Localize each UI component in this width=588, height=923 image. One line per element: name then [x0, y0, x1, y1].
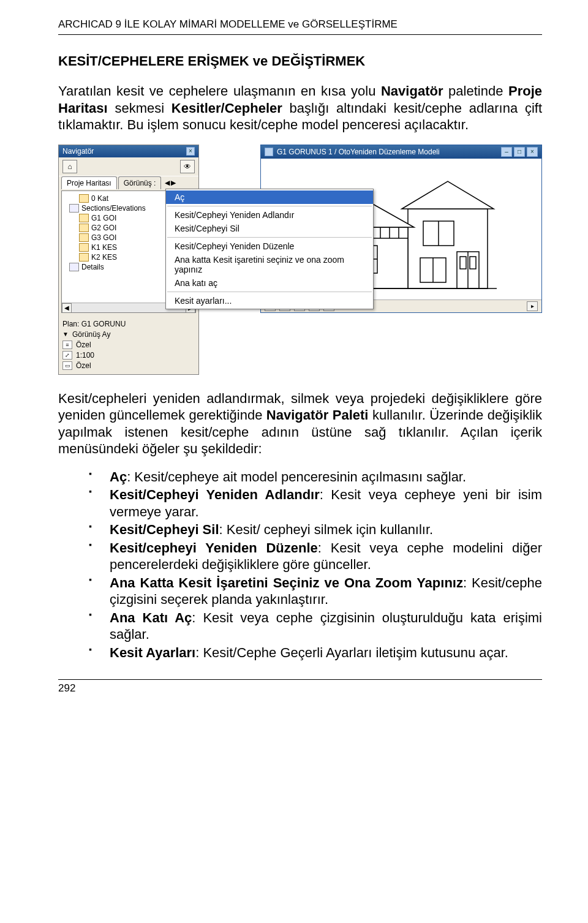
screenshot-figure: Navigatör × ⌂ 👁 Proje Haritası Görünüş :…: [58, 145, 542, 375]
tab-prev-icon[interactable]: ◀: [165, 179, 170, 187]
elevation-icon: [79, 214, 89, 222]
plan-label: Plan: G1 GORUNU: [62, 320, 126, 328]
nav-mode-icon[interactable]: ⌂: [62, 160, 77, 173]
layer-combo-label: Özel: [76, 341, 91, 349]
list-item: Ana Katta Kesit İşaretini Seçiniz ve Ona…: [89, 575, 542, 608]
layer-combo-row[interactable]: ≡Özel: [62, 341, 195, 349]
display-label: Özel: [76, 361, 91, 370]
item-desc: : Kesit/ cepheyi silmek için kullanılır.: [219, 522, 434, 537]
item-name: Aç: [110, 469, 127, 484]
header-rule: [58, 34, 542, 35]
tree-label: G3 GOI: [91, 233, 116, 242]
tree-label: G2 GOI: [91, 224, 116, 232]
menu-items-list: Aç: Kesit/cepheye ait model penceresinin…: [89, 469, 542, 661]
context-menu: Aç Kesit/Cepheyi Yeniden Adlandır Kesit/…: [165, 189, 374, 309]
close-icon[interactable]: ×: [186, 147, 195, 156]
ctx-rebuild[interactable]: Kesit/Cepheyi Yeniden Düzenle: [166, 239, 373, 253]
elevation-icon: [79, 224, 89, 232]
list-item: Aç: Kesit/cepheye ait model penceresinin…: [89, 469, 542, 486]
display-row[interactable]: ▭Özel: [62, 361, 195, 370]
ctx-rename[interactable]: Kesit/Cepheyi Yeniden Adlandır: [166, 208, 373, 222]
tree-label: G1 GOI: [91, 214, 116, 222]
item-name: Kesit/Cepheyi Sil: [110, 522, 219, 537]
ctx-delete[interactable]: Kesit/Cepheyi Sil: [166, 222, 373, 235]
navigator-title: Navigatör: [62, 147, 94, 156]
item-name: Kesit/Cepheyi Yeniden Adlandır: [110, 487, 320, 502]
view-settings-row[interactable]: ▼Görünüş Ay: [62, 330, 195, 339]
close-icon[interactable]: ×: [527, 147, 538, 157]
window-icon: [265, 148, 273, 156]
ctx-open[interactable]: Aç: [166, 190, 373, 204]
scale-row[interactable]: ⤢1:100: [62, 351, 195, 360]
navigator-tabs: Proje Haritası Görünüş : ◀ ▶: [59, 176, 198, 189]
model-window-titlebar[interactable]: G1 GORUNUS 1 / OtoYeniden Düzenleme Mode…: [261, 145, 541, 159]
section-icon: [79, 253, 89, 262]
navigator-properties: Plan: G1 GORUNU ▼Görünüş Ay ≡Özel ⤢1:100…: [59, 315, 198, 374]
text: Yaratılan kesit ve cephelere ulaşmanın e…: [58, 83, 381, 99]
scale-icon: ⤢: [62, 351, 72, 360]
text: paletinde: [443, 83, 508, 99]
plan-label-row: Plan: G1 GORUNU: [62, 320, 195, 328]
intro-paragraph: Yaratılan kesit ve cephelere ulaşmanın e…: [58, 83, 542, 134]
ctx-zoom-home[interactable]: Ana katta Kesit işaretini seçiniz ve ona…: [166, 253, 373, 276]
menu-separator: [167, 206, 372, 206]
navigator-mode-row: ⌂ 👁: [59, 157, 198, 176]
tree-label: Details: [81, 263, 104, 271]
item-desc: : Kesit/Cephe Geçerli Ayarları iletişim …: [195, 645, 508, 660]
menu-separator: [167, 292, 372, 292]
nav-view-icon[interactable]: 👁: [180, 160, 195, 173]
tree-label: K1 KES: [91, 243, 117, 252]
tab-project-map[interactable]: Proje Haritası: [61, 176, 117, 189]
view-settings-label: Görünüş Ay: [72, 330, 110, 339]
list-item: Kesit/cepheyi Yeniden Düzenle: Kesit vey…: [89, 540, 542, 573]
bold-term: Navigatör: [381, 83, 443, 99]
section-title: KESİT/CEPHELERE ERİŞMEK ve DEĞİŞTİRMEK: [58, 53, 542, 69]
item-desc: : Kesit/cepheye ait model penceresinin a…: [127, 469, 466, 484]
list-item: Kesit Ayarları: Kesit/Cephe Geçerli Ayar…: [89, 644, 542, 661]
list-item: Kesit/Cepheyi Sil: Kesit/ cepheyi silmek…: [89, 521, 542, 538]
elevation-icon: [79, 233, 89, 242]
triangle-icon: ▼: [62, 331, 69, 337]
svg-marker-3: [402, 181, 494, 209]
layers-icon: ≡: [62, 341, 72, 349]
footer-rule: [58, 679, 542, 680]
tab-other[interactable]: Görünüş :: [118, 176, 162, 189]
bold-term: Kesitler/Cepheler: [172, 100, 282, 116]
tree-label: 0 Kat: [91, 194, 108, 203]
text: sekmesi: [108, 100, 172, 116]
sections-icon: [69, 204, 79, 213]
scroll-left-icon[interactable]: ◀: [62, 303, 72, 313]
minimize-icon[interactable]: –: [501, 147, 512, 157]
tree-label: K2 KES: [91, 253, 117, 262]
section-icon: [79, 243, 89, 252]
list-item: Ana Katı Aç: Kesit veya cephe çizgisinin…: [89, 609, 542, 643]
ctx-open-home[interactable]: Ana katı aç: [166, 276, 373, 290]
list-item: Kesit/Cepheyi Yeniden Adlandır: Kesit ve…: [89, 486, 542, 520]
item-name: Kesit Ayarları: [110, 645, 195, 660]
tab-next-icon[interactable]: ▶: [171, 179, 176, 187]
display-icon: ▭: [62, 361, 72, 370]
page-number: 292: [58, 682, 542, 695]
second-paragraph: Kesit/cepheleri yeniden adlandırmak, sil…: [58, 390, 542, 458]
model-window-title: G1 GORUNUS 1 / OtoYeniden Düzenleme Mode…: [277, 148, 440, 156]
running-header: ARCHICAD 9 İLE KOLAY MİMARİ MODELLEME ve…: [58, 18, 542, 31]
item-name: Kesit/cepheyi Yeniden Düzenle: [110, 540, 318, 556]
menu-separator: [167, 237, 372, 238]
options-icon[interactable]: ▸: [527, 301, 538, 311]
scale-label: 1:100: [76, 351, 94, 360]
details-icon: [69, 263, 79, 271]
tree-label: Sections/Elevations: [81, 204, 146, 213]
floor-icon: [79, 194, 89, 203]
bold-term: Navigatör Paleti: [266, 407, 369, 423]
item-name: Ana Katta Kesit İşaretini Seçiniz ve Ona…: [110, 575, 463, 590]
item-name: Ana Katı Aç: [110, 610, 192, 625]
navigator-titlebar[interactable]: Navigatör ×: [59, 145, 198, 157]
ctx-settings[interactable]: Kesit ayarları...: [166, 294, 373, 307]
maximize-icon[interactable]: □: [514, 147, 525, 157]
